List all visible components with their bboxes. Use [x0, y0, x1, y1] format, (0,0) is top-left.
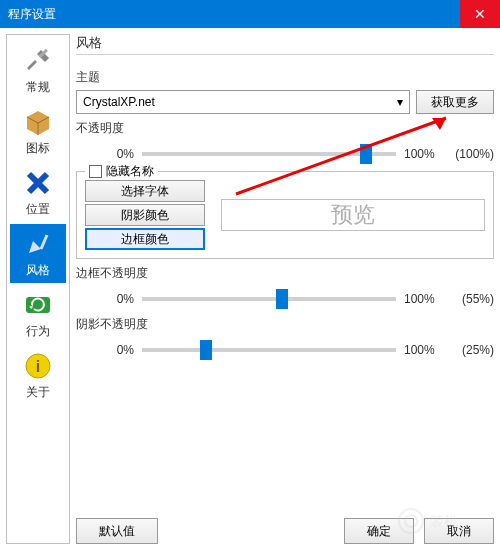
border-opacity-slider[interactable]: 0% 100% (55%): [106, 292, 494, 306]
slider-thumb[interactable]: [276, 289, 288, 309]
pen-icon: [22, 228, 54, 260]
preview-box: 预览: [221, 199, 485, 231]
slider-thumb[interactable]: [360, 144, 372, 164]
svg-text:装机: 装机: [430, 513, 458, 529]
slider-value: (25%): [444, 343, 494, 357]
titlebar: 程序设置 ✕: [0, 0, 500, 28]
sidebar-item-position[interactable]: 位置: [10, 163, 66, 222]
watermark-icon: 装机: [396, 506, 486, 536]
svg-point-6: [399, 509, 423, 533]
window-title: 程序设置: [8, 6, 56, 23]
sidebar: 常规 图标 位置 风格 行为 i: [6, 34, 70, 544]
theme-value: CrystalXP.net: [83, 95, 155, 109]
sidebar-item-general[interactable]: 常规: [10, 41, 66, 100]
refresh-icon: [22, 289, 54, 321]
border-color-button[interactable]: 边框颜色: [85, 228, 205, 250]
slider-max-label: 100%: [404, 292, 444, 306]
section-title: 风格: [76, 34, 494, 52]
sidebar-item-label: 图标: [26, 140, 50, 157]
shadow-opacity-slider[interactable]: 0% 100% (25%): [106, 343, 494, 357]
opacity-slider[interactable]: 0% 100% (100%): [106, 147, 494, 161]
sidebar-item-label: 常规: [26, 79, 50, 96]
sidebar-item-icons[interactable]: 图标: [10, 102, 66, 161]
sidebar-item-label: 风格: [26, 262, 50, 279]
close-icon: ✕: [474, 6, 486, 22]
sidebar-item-label: 行为: [26, 323, 50, 340]
shadow-opacity-label: 阴影不透明度: [76, 316, 494, 333]
hidename-legend-label: 隐藏名称: [106, 163, 154, 180]
position-icon: [22, 167, 54, 199]
box-icon: [22, 106, 54, 138]
svg-point-7: [405, 515, 417, 527]
slider-track[interactable]: [142, 152, 396, 156]
info-icon: i: [22, 350, 54, 382]
slider-thumb[interactable]: [200, 340, 212, 360]
shadow-color-button[interactable]: 阴影颜色: [85, 204, 205, 226]
slider-min-label: 0%: [106, 343, 134, 357]
default-button[interactable]: 默认值: [76, 518, 158, 544]
hidename-checkbox[interactable]: [89, 165, 102, 178]
slider-value: (55%): [444, 292, 494, 306]
theme-select[interactable]: CrystalXP.net ▾: [76, 90, 410, 114]
slider-track[interactable]: [142, 348, 396, 352]
tools-icon: [22, 45, 54, 77]
slider-value: (100%): [444, 147, 494, 161]
slider-max-label: 100%: [404, 343, 444, 357]
opacity-label: 不透明度: [76, 120, 494, 137]
slider-min-label: 0%: [106, 292, 134, 306]
sidebar-item-about[interactable]: i 关于: [10, 346, 66, 405]
slider-track[interactable]: [142, 297, 396, 301]
sidebar-item-style[interactable]: 风格: [10, 224, 66, 283]
choose-font-button[interactable]: 选择字体: [85, 180, 205, 202]
main-panel: 风格 主题 CrystalXP.net ▾ 获取更多 不透明度 0% 100% …: [76, 34, 494, 544]
slider-min-label: 0%: [106, 147, 134, 161]
border-opacity-label: 边框不透明度: [76, 265, 494, 282]
chevron-down-icon: ▾: [397, 95, 403, 109]
theme-label: 主题: [76, 69, 494, 86]
get-more-button[interactable]: 获取更多: [416, 90, 494, 114]
sidebar-item-label: 位置: [26, 201, 50, 218]
slider-max-label: 100%: [404, 147, 444, 161]
sidebar-item-behavior[interactable]: 行为: [10, 285, 66, 344]
sidebar-item-label: 关于: [26, 384, 50, 401]
svg-text:i: i: [36, 358, 40, 375]
divider: [76, 54, 494, 55]
hidename-group: 隐藏名称 选择字体 阴影颜色 边框颜色 预览: [76, 171, 494, 259]
close-button[interactable]: ✕: [460, 0, 500, 28]
